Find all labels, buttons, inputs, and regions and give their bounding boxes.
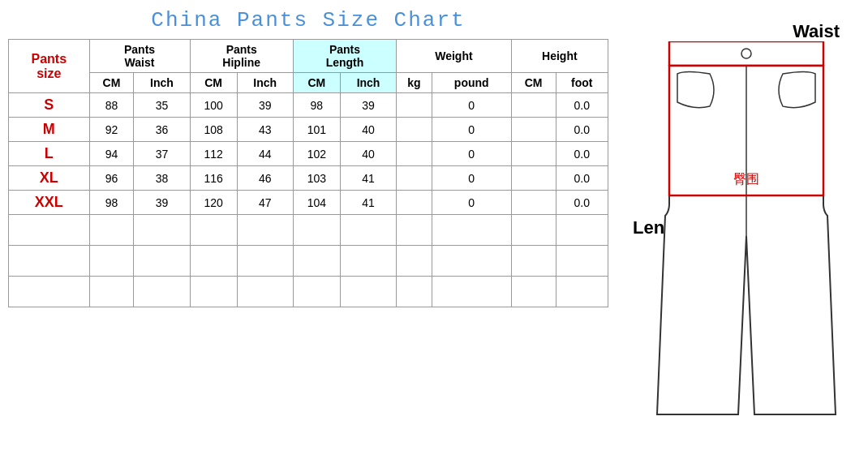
empty-cell bbox=[432, 246, 511, 277]
empty-cell bbox=[511, 277, 556, 307]
empty-cell bbox=[9, 246, 90, 277]
weight-pound-cell: 0 bbox=[432, 142, 511, 166]
height-header: Height bbox=[511, 40, 608, 73]
empty-cell bbox=[511, 246, 556, 277]
waist-inch-cell: 36 bbox=[134, 118, 190, 142]
len-inch-cell: 41 bbox=[340, 191, 396, 215]
pants-illustration: 臀围 bbox=[653, 41, 840, 431]
hip-cm-cell: 120 bbox=[190, 191, 237, 215]
pants-hipline-header: PantsHipline bbox=[190, 40, 293, 73]
empty-cell bbox=[340, 215, 396, 246]
height-cm-header: CM bbox=[511, 73, 556, 93]
len-inch-header: Inch bbox=[340, 73, 396, 93]
waist-label: Waist bbox=[793, 21, 840, 42]
table-row: S 88 35 100 39 98 39 0 0.0 bbox=[9, 93, 608, 118]
page-title: China Pants Size Chart bbox=[151, 8, 465, 32]
right-panel: Waist Length 臀围 bbox=[617, 0, 868, 455]
weight-header: Weight bbox=[397, 40, 512, 73]
pants-waist-header: PantsWaist bbox=[89, 40, 190, 73]
empty-cell bbox=[397, 246, 432, 277]
empty-cell bbox=[511, 215, 556, 246]
weight-pound-cell: 0 bbox=[432, 93, 511, 118]
height-cm-cell bbox=[511, 93, 556, 118]
pants-size-header: Pantssize bbox=[9, 40, 90, 93]
len-inch-cell: 40 bbox=[340, 142, 396, 166]
len-cm-cell: 101 bbox=[293, 118, 340, 142]
empty-cell bbox=[293, 215, 340, 246]
len-cm-cell: 98 bbox=[293, 93, 340, 118]
empty-cell bbox=[432, 277, 511, 307]
height-cm-cell bbox=[511, 166, 556, 191]
empty-cell bbox=[89, 246, 134, 277]
empty-cell bbox=[190, 215, 237, 246]
hip-inch-cell: 47 bbox=[237, 191, 293, 215]
weight-kg-header: kg bbox=[397, 73, 432, 93]
hip-inch-header: Inch bbox=[237, 73, 293, 93]
empty-cell bbox=[134, 277, 190, 307]
size-cell: L bbox=[9, 142, 90, 166]
len-cm-cell: 102 bbox=[293, 142, 340, 166]
pants-length-header: PantsLength bbox=[293, 40, 396, 73]
table-row-empty bbox=[9, 246, 608, 277]
svg-rect-0 bbox=[669, 41, 823, 66]
empty-cell bbox=[237, 246, 293, 277]
hip-cm-cell: 100 bbox=[190, 93, 237, 118]
empty-cell bbox=[293, 246, 340, 277]
height-cm-cell bbox=[511, 191, 556, 215]
len-cm-header: CM bbox=[293, 73, 340, 93]
height-cm-cell bbox=[511, 142, 556, 166]
size-cell: M bbox=[9, 118, 90, 142]
svg-point-1 bbox=[741, 49, 751, 58]
weight-kg-cell bbox=[397, 142, 432, 166]
hip-cm-cell: 116 bbox=[190, 166, 237, 191]
len-cm-cell: 104 bbox=[293, 191, 340, 215]
waist-cm-cell: 96 bbox=[89, 166, 134, 191]
table-row: XL 96 38 116 46 103 41 0 0.0 bbox=[9, 166, 608, 191]
table-row: XXL 98 39 120 47 104 41 0 0.0 bbox=[9, 191, 608, 215]
height-foot-cell: 0.0 bbox=[556, 142, 608, 166]
empty-cell bbox=[237, 277, 293, 307]
pants-diagram: Waist Length 臀围 bbox=[629, 17, 856, 439]
hip-inch-cell: 43 bbox=[237, 118, 293, 142]
height-foot-header: foot bbox=[556, 73, 608, 93]
weight-pound-cell: 0 bbox=[432, 118, 511, 142]
table-row: L 94 37 112 44 102 40 0 0.0 bbox=[9, 142, 608, 166]
hip-cm-cell: 108 bbox=[190, 118, 237, 142]
empty-cell bbox=[134, 215, 190, 246]
hip-inch-cell: 44 bbox=[237, 142, 293, 166]
waist-inch-cell: 35 bbox=[134, 93, 190, 118]
empty-cell bbox=[293, 277, 340, 307]
empty-cell bbox=[556, 215, 608, 246]
hip-cm-header: CM bbox=[190, 73, 237, 93]
table-row: M 92 36 108 43 101 40 0 0.0 bbox=[9, 118, 608, 142]
len-cm-cell: 103 bbox=[293, 166, 340, 191]
waist-inch-cell: 39 bbox=[134, 191, 190, 215]
weight-kg-cell bbox=[397, 93, 432, 118]
empty-cell bbox=[340, 246, 396, 277]
height-foot-cell: 0.0 bbox=[556, 191, 608, 215]
size-cell: XXL bbox=[9, 191, 90, 215]
table-row-empty bbox=[9, 277, 608, 307]
waist-inch-cell: 38 bbox=[134, 166, 190, 191]
size-chart-table: Pantssize PantsWaist PantsHipline PantsL… bbox=[8, 39, 608, 307]
left-panel: China Pants Size Chart Pantssize PantsWa… bbox=[0, 0, 617, 455]
svg-text:臀围: 臀围 bbox=[733, 172, 759, 186]
waist-cm-header: CM bbox=[89, 73, 134, 93]
empty-cell bbox=[9, 215, 90, 246]
empty-cell bbox=[134, 246, 190, 277]
empty-cell bbox=[432, 215, 511, 246]
empty-cell bbox=[340, 277, 396, 307]
hip-cm-cell: 112 bbox=[190, 142, 237, 166]
hip-inch-cell: 39 bbox=[237, 93, 293, 118]
hip-inch-cell: 46 bbox=[237, 166, 293, 191]
table-row-empty bbox=[9, 215, 608, 246]
weight-kg-cell bbox=[397, 191, 432, 215]
len-inch-cell: 40 bbox=[340, 118, 396, 142]
len-inch-cell: 41 bbox=[340, 166, 396, 191]
empty-cell bbox=[9, 277, 90, 307]
waist-cm-cell: 92 bbox=[89, 118, 134, 142]
weight-pound-cell: 0 bbox=[432, 191, 511, 215]
len-inch-cell: 39 bbox=[340, 93, 396, 118]
size-cell: S bbox=[9, 93, 90, 118]
height-foot-cell: 0.0 bbox=[556, 93, 608, 118]
